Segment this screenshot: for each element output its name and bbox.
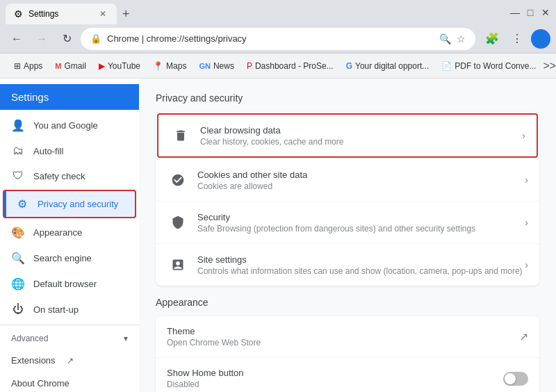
site-settings-arrow-icon: ›: [525, 259, 528, 270]
cookies-title: Cookies and other site data: [197, 170, 525, 180]
site-settings-svg: [171, 258, 185, 272]
bookmark-maps-label: Maps: [166, 61, 186, 71]
bookmark-news[interactable]: GN News: [193, 58, 240, 74]
bookmark-apps-label: Apps: [24, 61, 42, 71]
security-icon: [167, 211, 189, 234]
bookmark-apps[interactable]: ⊞ Apps: [8, 58, 48, 74]
site-settings-subtitle: Controls what information sites can use …: [197, 266, 525, 276]
pdf-icon: 📄: [441, 61, 452, 71]
window-controls: — □ ✕: [510, 8, 550, 17]
tab-close-button[interactable]: ✕: [97, 8, 108, 19]
forward-button[interactable]: →: [31, 28, 53, 50]
privacy-section-title: Privacy and security: [156, 92, 539, 104]
show-home-button-item[interactable]: Show Home button Disabled: [156, 358, 539, 392]
address-bar[interactable]: 🔒 Chrome | chrome://settings/privacy 🔍 ☆: [81, 28, 475, 50]
sidebar-label-safety-check: Safety check: [33, 171, 85, 181]
bookmark-youtube[interactable]: ▶ YouTube: [93, 58, 146, 74]
profile-avatar[interactable]: 👤: [531, 29, 550, 49]
sidebar-item-you-and-google[interactable]: 👤 You and Google: [0, 113, 139, 138]
you-and-google-icon: 👤: [11, 119, 25, 132]
cookies-svg: [171, 173, 185, 187]
sidebar-item-about[interactable]: About Chrome: [0, 372, 139, 392]
about-label: About Chrome: [11, 378, 70, 389]
apps-icon: ⊞: [14, 61, 21, 71]
show-home-toggle[interactable]: [503, 372, 528, 386]
advanced-label: Advanced: [11, 334, 48, 343]
security-title: Security: [197, 212, 525, 222]
show-home-title: Show Home button: [167, 368, 503, 378]
sidebar-label-default-browser: Default browser: [33, 279, 97, 289]
settings-tab-label: Settings: [28, 9, 58, 19]
bookmark-prose[interactable]: P Dashboard - ProSe...: [241, 58, 339, 74]
bookmark-google-label: Your digital opport...: [355, 61, 429, 71]
site-settings-item[interactable]: Site settings Controls what information …: [156, 244, 539, 286]
security-arrow-icon: ›: [525, 217, 528, 228]
privacy-settings-card: Clear browsing data Clear history, cooki…: [156, 112, 539, 286]
clear-browsing-title: Clear browsing data: [200, 125, 522, 136]
sidebar-advanced-section[interactable]: Advanced ▾: [0, 328, 139, 349]
sidebar-item-auto-fill[interactable]: 🗂 Auto-fill: [0, 138, 139, 163]
address-text: Chrome | chrome://settings/privacy: [107, 33, 434, 44]
clear-browsing-data-item[interactable]: Clear browsing data Clear history, cooki…: [157, 113, 538, 158]
bookmark-google[interactable]: G Your digital opport...: [341, 58, 435, 74]
privacy-icon: ⚙: [15, 197, 29, 211]
bookmark-gmail[interactable]: M Gmail: [49, 58, 92, 74]
search-engine-icon: 🔍: [11, 252, 25, 265]
show-home-text: Show Home button Disabled: [167, 368, 503, 389]
sidebar-label-on-startup: On start-up: [33, 304, 79, 315]
site-settings-icon: [167, 254, 189, 276]
appearance-settings-card: Theme Open Chrome Web Store ↗ Show Home …: [156, 316, 539, 392]
minimize-button[interactable]: —: [510, 8, 520, 17]
more-button[interactable]: ⋮: [506, 28, 528, 50]
bookmarks-more-button[interactable]: >>: [543, 60, 556, 72]
bookmark-maps[interactable]: 📍 Maps: [147, 58, 192, 74]
sidebar-item-privacy-and-security[interactable]: ⚙ Privacy and security: [3, 190, 136, 218]
clear-browsing-arrow-icon: ›: [522, 130, 525, 141]
appearance-icon: 🎨: [11, 226, 25, 239]
settings-tab[interactable]: ⚙ Settings ✕: [6, 3, 117, 24]
security-svg: [171, 215, 185, 229]
show-home-toggle-knob: [505, 373, 516, 384]
extensions-button[interactable]: 🧩: [481, 28, 503, 50]
refresh-button[interactable]: ↻: [56, 28, 78, 50]
appearance-section-title: Appearance: [156, 297, 539, 308]
sidebar-item-on-startup[interactable]: ⏻ On start-up: [0, 297, 139, 322]
sidebar-item-extensions[interactable]: Extensions ↗: [0, 349, 139, 372]
prose-icon: P: [247, 61, 252, 71]
youtube-icon: ▶: [99, 61, 105, 71]
new-tab-button[interactable]: +: [117, 4, 136, 24]
cookies-item[interactable]: Cookies and other site data Cookies are …: [156, 159, 539, 202]
bookmark-gmail-label: Gmail: [65, 61, 86, 71]
navigation-bar: ← → ↻ 🔒 Chrome | chrome://settings/priva…: [0, 24, 556, 54]
close-button[interactable]: ✕: [541, 8, 550, 17]
sidebar-label-auto-fill: Auto-fill: [33, 146, 63, 156]
tab-area: ⚙ Settings ✕ +: [6, 0, 505, 24]
star-icon[interactable]: ☆: [457, 33, 466, 44]
theme-subtitle: Open Chrome Web Store: [167, 338, 519, 348]
bookmark-news-label: News: [213, 61, 234, 71]
bookmarks-bar: ⊞ Apps M Gmail ▶ YouTube 📍 Maps GN News …: [0, 54, 556, 79]
bookmark-pdf[interactable]: 📄 PDF to Word Conve...: [436, 58, 541, 74]
maximize-button[interactable]: □: [525, 8, 535, 17]
bookmark-youtube-label: YouTube: [108, 61, 140, 71]
sidebar-item-appearance[interactable]: 🎨 Appearance: [0, 220, 139, 245]
bookmark-pdf-label: PDF to Word Conve...: [455, 61, 536, 71]
cookies-arrow-icon: ›: [525, 174, 528, 186]
news-icon: GN: [199, 62, 211, 70]
nav-icons: 🧩 ⋮ 👤: [481, 28, 550, 50]
theme-text: Theme Open Chrome Web Store: [167, 326, 519, 348]
sidebar-item-search-engine[interactable]: 🔍 Search engine: [0, 245, 139, 271]
sidebar-item-default-browser[interactable]: 🌐 Default browser: [0, 271, 139, 297]
theme-ext-link-icon: ↗: [519, 330, 528, 343]
back-button[interactable]: ←: [6, 28, 28, 50]
gmail-icon: M: [55, 62, 61, 70]
cookies-text: Cookies and other site data Cookies are …: [197, 170, 525, 191]
theme-item[interactable]: Theme Open Chrome Web Store ↗: [156, 316, 539, 358]
security-subtitle: Safe Browsing (protection from dangerous…: [197, 224, 525, 234]
security-item[interactable]: Security Safe Browsing (protection from …: [156, 202, 539, 244]
site-settings-title: Site settings: [197, 254, 525, 265]
on-startup-icon: ⏻: [11, 303, 25, 316]
sidebar-item-safety-check[interactable]: 🛡 Safety check: [0, 163, 139, 188]
google-icon: G: [346, 61, 352, 71]
extensions-link-icon: ↗: [67, 356, 74, 366]
